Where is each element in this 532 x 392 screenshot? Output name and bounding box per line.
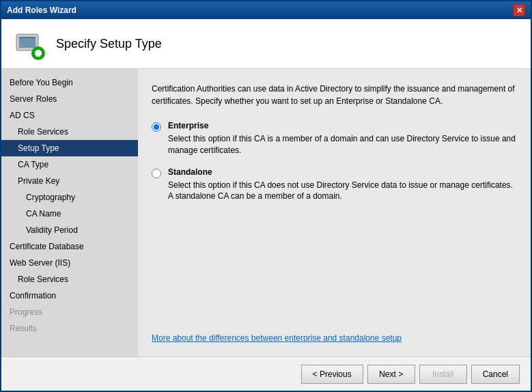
sidebar: Before You BeginServer RolesAD CSRole Se… xyxy=(1,69,138,356)
sidebar-item-validity-period[interactable]: Validity Period xyxy=(1,222,138,238)
wizard-header-title: Specify Setup Type xyxy=(56,37,162,51)
enterprise-desc: Select this option if this CA is a membe… xyxy=(168,133,517,156)
sidebar-item-web-server-iis[interactable]: Web Server (IIS) xyxy=(1,255,138,271)
wizard-footer: < Previous Next > Install Cancel xyxy=(1,356,531,391)
sidebar-item-ca-type[interactable]: CA Type xyxy=(1,156,138,173)
svg-rect-1 xyxy=(19,37,36,48)
sidebar-item-confirmation[interactable]: Confirmation xyxy=(1,288,138,304)
sidebar-item-ca-name[interactable]: CA Name xyxy=(1,206,138,222)
enterprise-content: Enterprise Select this option if this CA… xyxy=(168,121,517,156)
cancel-button[interactable]: Cancel xyxy=(471,365,520,384)
title-bar-left: Add Roles Wizard xyxy=(7,5,76,15)
sidebar-item-results: Results xyxy=(1,320,138,337)
install-button[interactable]: Install xyxy=(419,365,467,384)
svg-rect-2 xyxy=(19,37,36,38)
sidebar-item-role-services-iis[interactable]: Role Services xyxy=(1,271,138,288)
standalone-content: Standalone Select this option if this CA… xyxy=(168,167,517,203)
wizard-header: Specify Setup Type xyxy=(1,19,531,69)
wizard-header-icon xyxy=(12,27,45,60)
sidebar-item-certificate-database[interactable]: Certificate Database xyxy=(1,238,138,255)
standalone-radio[interactable] xyxy=(152,169,161,178)
enterprise-radio[interactable] xyxy=(152,122,161,132)
learn-more-link[interactable]: More about the differences between enter… xyxy=(152,333,402,343)
sidebar-item-ad-cs[interactable]: AD CS xyxy=(1,107,138,124)
sidebar-item-private-key[interactable]: Private Key xyxy=(1,173,138,189)
sidebar-item-setup-type[interactable]: Setup Type xyxy=(1,140,138,156)
sidebar-item-cryptography[interactable]: Cryptography xyxy=(1,189,138,206)
enterprise-option[interactable]: Enterprise Select this option if this CA… xyxy=(152,121,517,156)
main-description: Certification Authorities can use data i… xyxy=(152,83,517,107)
enterprise-label: Enterprise xyxy=(168,121,517,130)
content-area: Before You BeginServer RolesAD CSRole Se… xyxy=(1,69,531,356)
standalone-label: Standalone xyxy=(168,167,517,177)
title-bar: Add Roles Wizard ✕ xyxy=(1,1,531,19)
sidebar-item-server-roles[interactable]: Server Roles xyxy=(1,91,138,107)
setup-type-options: Enterprise Select this option if this CA… xyxy=(152,121,517,202)
link-section: More about the differences between enter… xyxy=(152,326,517,343)
main-content: Certification Authorities can use data i… xyxy=(138,69,531,356)
prev-button[interactable]: < Previous xyxy=(301,365,363,384)
close-button[interactable]: ✕ xyxy=(513,4,525,16)
sidebar-item-before-you-begin[interactable]: Before You Begin xyxy=(1,74,138,91)
standalone-option[interactable]: Standalone Select this option if this CA… xyxy=(152,167,517,203)
standalone-desc: Select this option if this CA does not u… xyxy=(168,180,517,203)
svg-rect-5 xyxy=(35,51,42,55)
wizard-window: Add Roles Wizard ✕ Specify Setup Type Be… xyxy=(0,0,532,392)
window-title: Add Roles Wizard xyxy=(7,5,76,15)
next-button[interactable]: Next > xyxy=(367,365,415,384)
sidebar-item-role-services[interactable]: Role Services xyxy=(1,124,138,140)
sidebar-item-progress: Progress xyxy=(1,304,138,320)
